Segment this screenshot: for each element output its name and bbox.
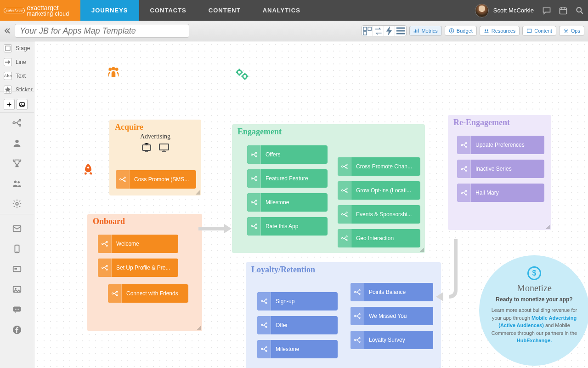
- view-bolt[interactable]: [384, 26, 395, 36]
- pill-budget[interactable]: Budget: [445, 26, 477, 36]
- search-icon[interactable]: [571, 0, 588, 21]
- pill-content[interactable]: Content: [522, 26, 556, 36]
- card-loy-l1[interactable]: Offer: [257, 316, 338, 334]
- resize-handle[interactable]: [197, 326, 201, 330]
- resize-handle[interactable]: [196, 190, 200, 195]
- monitor-icon: [158, 142, 170, 153]
- brand-logo[interactable]: salesforce exacttarget marketing cloud: [0, 0, 80, 21]
- palette-add[interactable]: [4, 99, 15, 110]
- map-title-input[interactable]: [15, 24, 189, 38]
- side-image-icon[interactable]: [0, 279, 34, 299]
- card-acquire-0[interactable]: Coss Promote (SMS...: [116, 170, 196, 189]
- card-eng-l2[interactable]: Milestone: [247, 193, 328, 212]
- card-eng-r2[interactable]: Events & Sponsorshi...: [338, 205, 420, 224]
- coin-icon: $: [527, 266, 541, 280]
- pill-metrics[interactable]: Metrics: [409, 26, 441, 36]
- card-eng-l3[interactable]: Rate this App: [247, 217, 328, 236]
- tv-icon: [140, 142, 153, 153]
- canvas[interactable]: Acquire Advertising Coss Promote (SMS...…: [34, 41, 588, 368]
- side-card-icon[interactable]: [0, 259, 34, 279]
- resize-handle[interactable]: [546, 224, 550, 229]
- user-name: Scott McCorkle: [493, 7, 534, 14]
- card-re-1[interactable]: Inactive Series: [457, 160, 544, 178]
- card-loy-r2[interactable]: Loyalty Survey: [351, 331, 433, 349]
- card-onboard-2[interactable]: Connect with Friends: [108, 284, 188, 303]
- svg-rect-33: [363, 27, 367, 30]
- people-icon: [106, 65, 121, 83]
- side-trophy-icon[interactable]: [0, 153, 34, 173]
- resize-handle[interactable]: [419, 247, 424, 252]
- avatar: [475, 4, 489, 17]
- view-toggle-group: [362, 25, 407, 36]
- top-nav: salesforce exacttarget marketing cloud J…: [0, 0, 588, 21]
- arrow-onboard-engage: [198, 222, 234, 236]
- left-sidebar: Stage Line AbcText Sticker: [0, 41, 34, 368]
- nav-content[interactable]: CONTENT: [198, 0, 252, 21]
- card-loy-l0[interactable]: Sign-up: [257, 292, 338, 310]
- view-list[interactable]: [395, 26, 406, 36]
- card-eng-l1[interactable]: Featured Feature: [247, 169, 328, 188]
- svg-point-37: [486, 29, 488, 31]
- card-re-2[interactable]: Hail Mary: [457, 184, 544, 202]
- side-gear-icon[interactable]: [0, 194, 34, 214]
- card-eng-r3[interactable]: Geo Interaction: [338, 229, 420, 247]
- side-user-icon[interactable]: [0, 133, 34, 153]
- side-facebook-icon[interactable]: [0, 320, 34, 340]
- palette-sticker[interactable]: Sticker: [0, 83, 34, 97]
- card-loy-r1[interactable]: We Missed You: [351, 307, 433, 325]
- card-re-0[interactable]: Update Preferences: [457, 136, 544, 154]
- svg-rect-34: [368, 27, 371, 30]
- nav-journeys[interactable]: JOURNEYS: [80, 0, 139, 21]
- user-menu[interactable]: Scott McCorkle: [470, 0, 538, 21]
- card-onboard-1[interactable]: Set Up Profile & Pre...: [98, 259, 178, 277]
- card-loy-l2[interactable]: Milestone: [257, 340, 338, 358]
- view-grid[interactable]: [362, 26, 373, 36]
- side-message-icon[interactable]: [0, 299, 34, 320]
- card-eng-r1[interactable]: Grow Opt-ins (Locati...: [338, 181, 420, 200]
- card-onboard-0[interactable]: Welcome: [98, 235, 178, 253]
- rocket-icon: [80, 161, 96, 181]
- svg-rect-35: [363, 31, 367, 34]
- link-hubexchange[interactable]: HubExchange.: [517, 338, 552, 343]
- card-eng-r0[interactable]: Cross Promote Chan...: [338, 157, 420, 176]
- pill-ops[interactable]: Ops: [559, 26, 584, 36]
- gears-icon: [233, 67, 251, 85]
- calendar-icon[interactable]: [555, 0, 571, 21]
- salesforce-badge: salesforce: [4, 8, 25, 13]
- side-users-icon[interactable]: [0, 173, 34, 194]
- nav-analytics[interactable]: ANALYTICS: [252, 0, 311, 21]
- monetize-callout: $ Monetize Ready to monetize your app? L…: [479, 255, 588, 366]
- svg-point-36: [485, 29, 486, 31]
- card-loy-r0[interactable]: Points Balance: [351, 283, 433, 301]
- toolbar: Metrics Budget Resources Content Ops: [0, 21, 588, 41]
- palette-image[interactable]: [17, 99, 28, 110]
- side-device-icon[interactable]: [0, 239, 34, 259]
- chat-icon[interactable]: [538, 0, 555, 21]
- view-swap[interactable]: [373, 26, 384, 36]
- side-mail-icon[interactable]: [0, 218, 34, 239]
- pill-resources[interactable]: Resources: [480, 26, 520, 36]
- nav-contacts[interactable]: CONTACTS: [139, 0, 198, 21]
- card-eng-l0[interactable]: Offers: [247, 145, 328, 164]
- side-flow-icon[interactable]: [0, 113, 34, 133]
